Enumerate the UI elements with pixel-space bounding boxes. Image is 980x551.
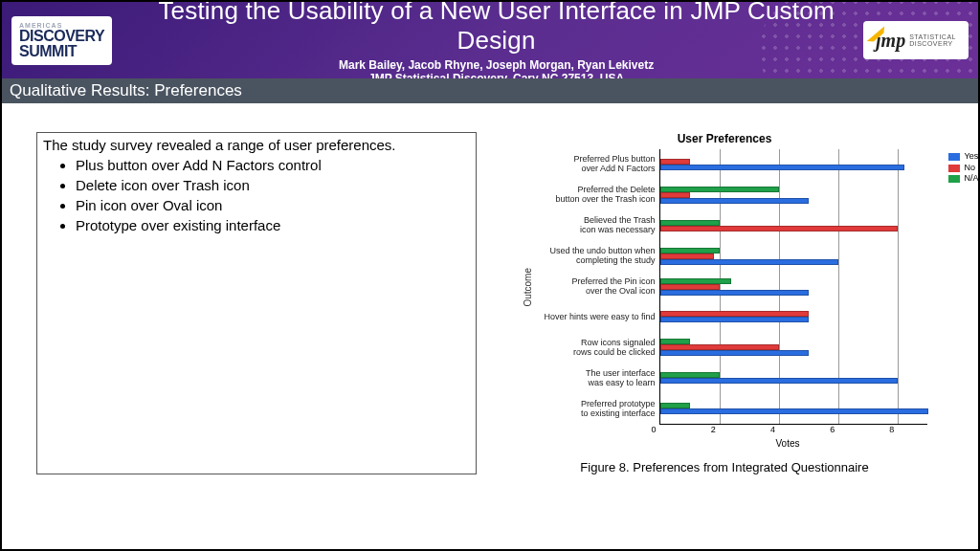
bar-group [660, 272, 927, 302]
x-tick: 2 [711, 425, 716, 434]
y-axis-label: Outcome [523, 268, 533, 307]
bar-no [660, 226, 899, 231]
list-item: Delete icon over Trash icon [76, 175, 466, 195]
category-label: Preferred the Pin iconover the Oval icon [535, 272, 659, 302]
legend-swatch-na [948, 175, 960, 183]
chart-panel: User Preferences Outcome Preferred Plus … [500, 132, 949, 474]
slide-authors: Mark Bailey, Jacob Rhyne, Joseph Morgan,… [129, 58, 863, 72]
slide-affil: JMP Statistical Discovery, Cary NC 27513… [129, 72, 863, 79]
bar-yes [660, 198, 810, 204]
summit-logo-line2: DISCOVERY [19, 29, 104, 44]
bar-yes [660, 378, 899, 384]
category-label: Preferred prototypeto existing interface [535, 394, 659, 425]
bar-yes [660, 317, 810, 322]
bar-group [660, 241, 927, 272]
category-label: Used the undo button whencompleting the … [535, 241, 659, 272]
header-center: Testing the Usability of a New User Inte… [129, 2, 863, 78]
legend-label: Yes [964, 151, 978, 163]
x-axis-ticks: 02468 [654, 425, 922, 438]
legend-label: N/A [964, 173, 978, 185]
x-tick: 4 [770, 425, 775, 434]
bar-group [660, 332, 927, 363]
bar-yes [660, 350, 810, 356]
section-subheader: Qualitative Results: Preferences [2, 78, 978, 103]
findings-lead: The study survey revealed a range of use… [43, 137, 466, 153]
bar-group [660, 180, 927, 210]
chart-caption: Figure 8. Preferences from Integrated Qu… [580, 460, 868, 474]
bar-group [660, 301, 927, 332]
bar-yes [660, 259, 839, 265]
bar-yes [660, 408, 928, 414]
chart-title: User Preferences [678, 132, 772, 145]
category-label: Hover hints were easy to find [535, 302, 659, 333]
legend-swatch-no [948, 165, 960, 172]
bar-yes [660, 165, 904, 170]
bar-group [660, 149, 927, 180]
category-label: Believed the Trashicon was necessary [535, 210, 659, 241]
slide-title: Testing the Usability of a New User Inte… [129, 2, 863, 55]
category-label: The user interfacewas easy to learn [535, 364, 659, 394]
bar-group [660, 363, 927, 393]
legend-label: No [964, 163, 975, 174]
jmp-logo: jmp STATISTICAL DISCOVERY [863, 21, 969, 59]
slide-header: AMERICAS DISCOVERY SUMMIT Testing the Us… [2, 2, 978, 78]
jmp-logo-mark: jmp [876, 30, 905, 52]
jmp-logo-sub: STATISTICAL DISCOVERY [909, 33, 956, 47]
list-item: Plus button over Add N Factors control [76, 155, 466, 175]
category-labels: Preferred Plus buttonover Add N FactorsP… [535, 149, 659, 425]
category-label: Row icons signaledrows could be clicked [535, 333, 659, 364]
slide-content: The study survey revealed a range of use… [2, 103, 978, 474]
list-item: Prototype over existing interface [76, 215, 466, 235]
plot-area: Yes No N/A [659, 149, 927, 425]
legend-swatch-yes [948, 153, 960, 161]
x-tick: 8 [889, 425, 894, 434]
x-axis-label: Votes [654, 438, 922, 449]
bar-group [660, 393, 927, 424]
category-label: Preferred the Deletebutton over the Tras… [535, 180, 659, 210]
summit-logo: AMERICAS DISCOVERY SUMMIT [11, 16, 112, 65]
findings-list: Plus button over Add N Factors control D… [43, 155, 466, 235]
x-tick: 6 [830, 425, 835, 434]
list-item: Pin icon over Oval icon [76, 195, 466, 215]
findings-textbox: The study survey revealed a range of use… [36, 132, 477, 474]
x-tick: 0 [651, 425, 656, 434]
summit-logo-line3: SUMMIT [19, 44, 104, 59]
chart-legend: Yes No N/A [948, 151, 978, 185]
bar-group [660, 210, 927, 241]
chart-body: Outcome Preferred Plus buttonover Add N … [523, 149, 927, 425]
category-label: Preferred Plus buttonover Add N Factors [535, 149, 659, 180]
bar-yes [660, 290, 810, 296]
